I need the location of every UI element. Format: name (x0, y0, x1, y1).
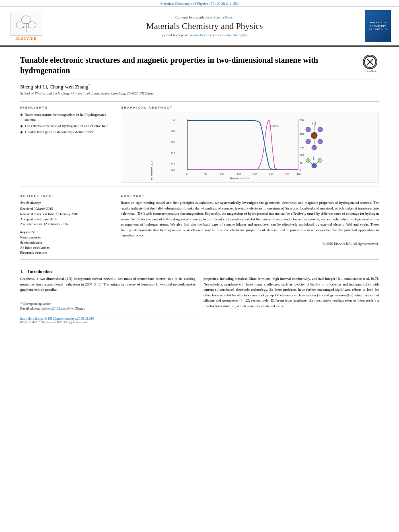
introduction-section: 1. Introduction Graphene, a two-dimensio… (20, 263, 379, 324)
svg-text:250: 250 (269, 173, 274, 176)
svg-text:50: 50 (204, 173, 207, 176)
svg-point-1 (16, 22, 24, 28)
bullet-3: ◆ (20, 130, 23, 135)
svg-text:0.8: 0.8 (171, 129, 175, 133)
received-date: Received 9 March 2015 (20, 206, 113, 212)
graphical-abstract-column: GRAPHICAL ABSTRACT 1.0 0.8 0.6 0.4 0.2 (121, 106, 379, 183)
footnote-divider (20, 314, 195, 314)
footnote-area: * Corresponding author. E-mail address: … (20, 299, 195, 324)
svg-text:300: 300 (285, 173, 290, 176)
svg-text:0.2: 0.2 (171, 162, 175, 165)
crossmark-section: CrossMark (363, 55, 379, 72)
intro-right-column: properties, including massless Dirac fer… (204, 276, 379, 324)
svg-text:50: 50 (300, 161, 303, 164)
keyword-2: Semiconductors (20, 240, 113, 245)
elsevier-logo-image (10, 12, 42, 36)
journal-header: ELSEVIER Contents lists available at Sci… (0, 6, 399, 47)
intro-right-text: properties, including massless Dirac fer… (204, 276, 379, 309)
svg-text:↓: ↓ (312, 155, 315, 161)
author-asterisk: * (88, 83, 90, 87)
journal-center-info: Contents lists available at ScienceDirec… (48, 15, 361, 37)
keyword-4: Electronic structure (20, 250, 113, 255)
article-info-heading: ARTICLE INFO (20, 194, 113, 198)
svg-line-49 (314, 160, 320, 166)
svg-text:0.0: 0.0 (171, 168, 175, 172)
received-revised-date: Received in revised form 27 January 2016 (20, 212, 113, 217)
svg-point-2 (28, 22, 36, 28)
copyright-line: © 2016 Elsevier B.V. All rights reserved… (121, 242, 379, 246)
svg-text:100: 100 (220, 173, 224, 176)
authors-names: Sheng-shi Li, Chang-wen Zhang (20, 84, 88, 90)
email-note: E-mail address: zhchwsd@163.com (C-w. Zh… (20, 306, 195, 311)
highlight-item-2: ◆ The effects of the ratio of hydrogenat… (20, 124, 113, 129)
homepage-line: journal homepage: www.elsevier.com/locat… (48, 33, 361, 37)
graphical-abstract-box: 1.0 0.8 0.6 0.4 0.2 0.0 250 200 150 103 … (121, 113, 379, 183)
svg-text:Magnetic Moment (μ_B): Magnetic Moment (μ_B) (150, 159, 153, 180)
highlight-text-3: Tunable band gaps of stanane by external… (25, 130, 95, 135)
svg-text:0: 0 (300, 168, 301, 172)
svg-text:250: 250 (300, 119, 304, 122)
journal-cover-image: MATERIALS CHEMISTRY AND PHYSICS (365, 10, 391, 42)
keyword-1: Nanostructures (20, 235, 113, 240)
bullet-1: ◆ (20, 113, 23, 117)
corresponding-author-note: * Corresponding author. (20, 302, 195, 306)
section-title-text: Introduction (28, 269, 52, 274)
history-title: Article history: (20, 200, 113, 205)
elsevier-brand-text: ELSEVIER (15, 37, 37, 41)
copyright-footer: 0254-0584/© 2016 Elsevier B.V. All right… (20, 320, 195, 324)
bullet-2: ◆ (20, 124, 23, 129)
keyword-3: Ab initio calculations (20, 245, 113, 251)
abstract-text: Based on tight-binding model and first-p… (121, 200, 379, 238)
contents-available-line: Contents lists available at ScienceDirec… (48, 15, 361, 19)
article-title: Tunable electronic structures and magnet… (20, 55, 355, 76)
affiliation: School of Physics and Technology, Univer… (20, 90, 379, 97)
svg-text:150: 150 (300, 146, 304, 149)
highlights-heading: HIGHLIGHTS (20, 106, 113, 109)
chart-area: 1.0 0.8 0.6 0.4 0.2 0.0 250 200 150 103 … (123, 115, 376, 180)
article-title-section: Tunable electronic structures and magnet… (20, 47, 379, 80)
cover-box: MATERIALS CHEMISTRY AND PHYSICS (365, 10, 391, 42)
highlight-item-3: ◆ Tunable band gaps of stanane by extern… (20, 130, 113, 135)
journal-reference: Materials Chemistry and Physics 173 (201… (0, 0, 399, 6)
highlight-text-2: The effects of the ratio of hydrogenatio… (25, 124, 109, 129)
svg-text:200: 200 (253, 173, 257, 176)
graphical-abstract-heading: GRAPHICAL ABSTRACT (121, 106, 379, 109)
journal-homepage-link[interactable]: www.elsevier.com/locate/matchemphys (190, 33, 247, 37)
journal-ref-text: Materials Chemistry and Physics 173 (201… (160, 2, 239, 6)
chart-svg: 1.0 0.8 0.6 0.4 0.2 0.0 250 200 150 103 … (123, 115, 376, 180)
article-info-abstract-section: ARTICLE INFO Article history: Received 9… (20, 190, 379, 260)
svg-text:0: 0 (186, 173, 188, 176)
svg-text:0.6: 0.6 (171, 140, 175, 144)
sciencedirect-link[interactable]: ScienceDirect (214, 15, 234, 19)
journal-title: Materials Chemistry and Physics (48, 21, 361, 31)
doi-line: http://dx.doi.org/10.1016/j.matchemphys.… (20, 316, 195, 320)
introduction-columns: Graphene, a two-dimensional (2D) honeyco… (20, 276, 379, 324)
crossmark-label: CrossMark (363, 70, 379, 72)
highlight-item-1: ◆ Room temperature ferromagnetism in hal… (20, 113, 113, 122)
article-info-column: ARTICLE INFO Article history: Received 9… (20, 194, 113, 255)
keywords-section: Keywords: Nanostructures Semiconductors … (20, 230, 113, 255)
article-history: Article history: Received 9 March 2015 R… (20, 200, 113, 227)
highlight-text-1: Room temperature ferromagnetism in half … (25, 113, 113, 122)
elsevier-logo-section: ELSEVIER (8, 12, 44, 41)
abstract-column: ABSTRACT Based on tight-binding model an… (121, 194, 379, 255)
email-link[interactable]: zhchwsd@163.com (41, 307, 66, 310)
svg-text:T=258K: T=258K (269, 124, 279, 127)
svg-text:400: 400 (296, 173, 301, 176)
crossmark-icon (363, 55, 377, 69)
main-content: Tunable electronic structures and magnet… (0, 47, 399, 324)
svg-text:0.4: 0.4 (171, 151, 175, 154)
svg-text:103: 103 (300, 153, 304, 156)
svg-text:150: 150 (237, 173, 241, 176)
svg-text:1.0: 1.0 (171, 119, 175, 122)
highlights-column: HIGHLIGHTS ◆ Room temperature ferromagne… (20, 106, 113, 183)
intro-left-text: Graphene, a two-dimensional (2D) honeyco… (20, 276, 195, 293)
authors-line: Sheng-shi Li, Chang-wen Zhang* (20, 83, 379, 90)
svg-text:Temperature (K): Temperature (K) (230, 177, 249, 180)
section-number: 1. (20, 269, 23, 274)
abstract-heading: ABSTRACT (121, 194, 379, 198)
section-title: 1. Introduction (20, 269, 379, 274)
intro-left-column: Graphene, a two-dimensional (2D) honeyco… (20, 276, 195, 324)
keywords-title: Keywords: (20, 230, 113, 234)
highlights-graphical-section: HIGHLIGHTS ◆ Room temperature ferromagne… (20, 101, 379, 187)
